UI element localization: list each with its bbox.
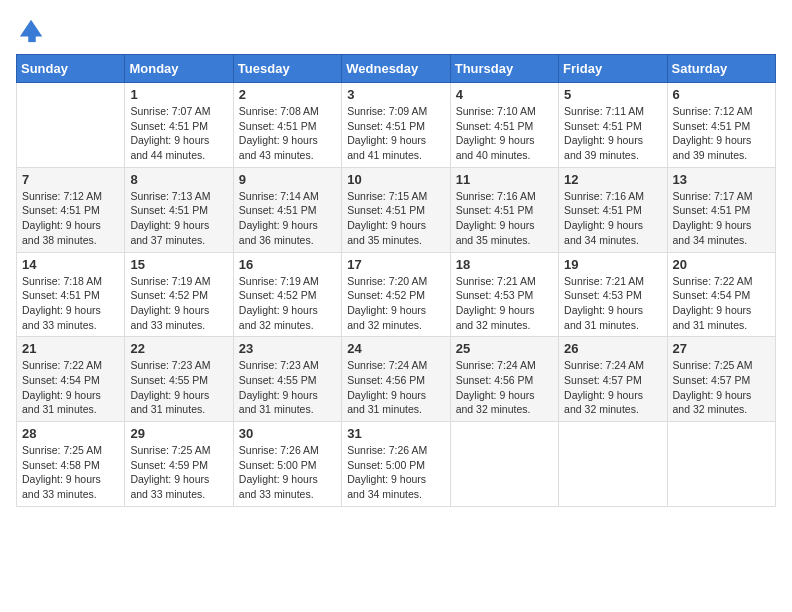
calendar-cell: 31Sunrise: 7:26 AMSunset: 5:00 PMDayligh… <box>342 422 450 507</box>
day-number: 13 <box>673 172 770 187</box>
day-number: 17 <box>347 257 444 272</box>
calendar-cell: 29Sunrise: 7:25 AMSunset: 4:59 PMDayligh… <box>125 422 233 507</box>
day-info: Sunrise: 7:20 AMSunset: 4:52 PMDaylight:… <box>347 274 444 333</box>
day-info: Sunrise: 7:19 AMSunset: 4:52 PMDaylight:… <box>239 274 336 333</box>
calendar-week-row: 21Sunrise: 7:22 AMSunset: 4:54 PMDayligh… <box>17 337 776 422</box>
logo-icon <box>18 16 46 44</box>
day-info: Sunrise: 7:07 AMSunset: 4:51 PMDaylight:… <box>130 104 227 163</box>
day-number: 9 <box>239 172 336 187</box>
day-info: Sunrise: 7:16 AMSunset: 4:51 PMDaylight:… <box>456 189 553 248</box>
day-info: Sunrise: 7:26 AMSunset: 5:00 PMDaylight:… <box>239 443 336 502</box>
calendar-table: SundayMondayTuesdayWednesdayThursdayFrid… <box>16 54 776 507</box>
day-info: Sunrise: 7:21 AMSunset: 4:53 PMDaylight:… <box>564 274 661 333</box>
calendar-cell: 18Sunrise: 7:21 AMSunset: 4:53 PMDayligh… <box>450 252 558 337</box>
calendar-week-row: 28Sunrise: 7:25 AMSunset: 4:58 PMDayligh… <box>17 422 776 507</box>
logo <box>16 16 46 44</box>
day-number: 5 <box>564 87 661 102</box>
day-number: 29 <box>130 426 227 441</box>
weekday-header: Monday <box>125 55 233 83</box>
day-number: 25 <box>456 341 553 356</box>
day-info: Sunrise: 7:10 AMSunset: 4:51 PMDaylight:… <box>456 104 553 163</box>
calendar-cell: 25Sunrise: 7:24 AMSunset: 4:56 PMDayligh… <box>450 337 558 422</box>
day-info: Sunrise: 7:17 AMSunset: 4:51 PMDaylight:… <box>673 189 770 248</box>
day-info: Sunrise: 7:21 AMSunset: 4:53 PMDaylight:… <box>456 274 553 333</box>
day-info: Sunrise: 7:12 AMSunset: 4:51 PMDaylight:… <box>22 189 119 248</box>
day-number: 26 <box>564 341 661 356</box>
day-info: Sunrise: 7:15 AMSunset: 4:51 PMDaylight:… <box>347 189 444 248</box>
calendar-cell: 11Sunrise: 7:16 AMSunset: 4:51 PMDayligh… <box>450 167 558 252</box>
calendar-cell: 9Sunrise: 7:14 AMSunset: 4:51 PMDaylight… <box>233 167 341 252</box>
day-number: 21 <box>22 341 119 356</box>
calendar-cell: 12Sunrise: 7:16 AMSunset: 4:51 PMDayligh… <box>559 167 667 252</box>
day-number: 20 <box>673 257 770 272</box>
day-info: Sunrise: 7:25 AMSunset: 4:59 PMDaylight:… <box>130 443 227 502</box>
calendar-week-row: 1Sunrise: 7:07 AMSunset: 4:51 PMDaylight… <box>17 83 776 168</box>
calendar-cell: 27Sunrise: 7:25 AMSunset: 4:57 PMDayligh… <box>667 337 775 422</box>
day-number: 3 <box>347 87 444 102</box>
calendar-cell <box>17 83 125 168</box>
weekday-header: Friday <box>559 55 667 83</box>
calendar-cell <box>559 422 667 507</box>
calendar-cell: 26Sunrise: 7:24 AMSunset: 4:57 PMDayligh… <box>559 337 667 422</box>
day-number: 14 <box>22 257 119 272</box>
day-info: Sunrise: 7:25 AMSunset: 4:57 PMDaylight:… <box>673 358 770 417</box>
day-number: 23 <box>239 341 336 356</box>
day-number: 7 <box>22 172 119 187</box>
calendar-cell <box>450 422 558 507</box>
calendar-cell <box>667 422 775 507</box>
day-info: Sunrise: 7:23 AMSunset: 4:55 PMDaylight:… <box>239 358 336 417</box>
calendar-cell: 19Sunrise: 7:21 AMSunset: 4:53 PMDayligh… <box>559 252 667 337</box>
day-info: Sunrise: 7:16 AMSunset: 4:51 PMDaylight:… <box>564 189 661 248</box>
weekday-header: Saturday <box>667 55 775 83</box>
day-info: Sunrise: 7:24 AMSunset: 4:56 PMDaylight:… <box>347 358 444 417</box>
day-number: 8 <box>130 172 227 187</box>
day-number: 2 <box>239 87 336 102</box>
calendar-cell: 7Sunrise: 7:12 AMSunset: 4:51 PMDaylight… <box>17 167 125 252</box>
weekday-header: Thursday <box>450 55 558 83</box>
day-number: 30 <box>239 426 336 441</box>
day-info: Sunrise: 7:26 AMSunset: 5:00 PMDaylight:… <box>347 443 444 502</box>
calendar-cell: 6Sunrise: 7:12 AMSunset: 4:51 PMDaylight… <box>667 83 775 168</box>
day-number: 16 <box>239 257 336 272</box>
calendar-cell: 16Sunrise: 7:19 AMSunset: 4:52 PMDayligh… <box>233 252 341 337</box>
weekday-header: Wednesday <box>342 55 450 83</box>
calendar-cell: 24Sunrise: 7:24 AMSunset: 4:56 PMDayligh… <box>342 337 450 422</box>
day-number: 31 <box>347 426 444 441</box>
day-info: Sunrise: 7:13 AMSunset: 4:51 PMDaylight:… <box>130 189 227 248</box>
day-info: Sunrise: 7:12 AMSunset: 4:51 PMDaylight:… <box>673 104 770 163</box>
day-number: 1 <box>130 87 227 102</box>
calendar-week-row: 14Sunrise: 7:18 AMSunset: 4:51 PMDayligh… <box>17 252 776 337</box>
calendar-cell: 22Sunrise: 7:23 AMSunset: 4:55 PMDayligh… <box>125 337 233 422</box>
day-info: Sunrise: 7:18 AMSunset: 4:51 PMDaylight:… <box>22 274 119 333</box>
day-info: Sunrise: 7:19 AMSunset: 4:52 PMDaylight:… <box>130 274 227 333</box>
svg-rect-1 <box>28 33 35 42</box>
day-info: Sunrise: 7:11 AMSunset: 4:51 PMDaylight:… <box>564 104 661 163</box>
day-info: Sunrise: 7:25 AMSunset: 4:58 PMDaylight:… <box>22 443 119 502</box>
day-info: Sunrise: 7:08 AMSunset: 4:51 PMDaylight:… <box>239 104 336 163</box>
day-number: 11 <box>456 172 553 187</box>
weekday-header: Tuesday <box>233 55 341 83</box>
calendar-cell: 23Sunrise: 7:23 AMSunset: 4:55 PMDayligh… <box>233 337 341 422</box>
calendar-cell: 5Sunrise: 7:11 AMSunset: 4:51 PMDaylight… <box>559 83 667 168</box>
day-info: Sunrise: 7:24 AMSunset: 4:57 PMDaylight:… <box>564 358 661 417</box>
day-number: 27 <box>673 341 770 356</box>
page-header <box>16 16 776 44</box>
calendar-cell: 20Sunrise: 7:22 AMSunset: 4:54 PMDayligh… <box>667 252 775 337</box>
calendar-cell: 2Sunrise: 7:08 AMSunset: 4:51 PMDaylight… <box>233 83 341 168</box>
calendar-cell: 30Sunrise: 7:26 AMSunset: 5:00 PMDayligh… <box>233 422 341 507</box>
day-number: 24 <box>347 341 444 356</box>
calendar-cell: 13Sunrise: 7:17 AMSunset: 4:51 PMDayligh… <box>667 167 775 252</box>
calendar-header-row: SundayMondayTuesdayWednesdayThursdayFrid… <box>17 55 776 83</box>
day-info: Sunrise: 7:22 AMSunset: 4:54 PMDaylight:… <box>673 274 770 333</box>
day-number: 6 <box>673 87 770 102</box>
day-number: 15 <box>130 257 227 272</box>
calendar-cell: 17Sunrise: 7:20 AMSunset: 4:52 PMDayligh… <box>342 252 450 337</box>
calendar-cell: 28Sunrise: 7:25 AMSunset: 4:58 PMDayligh… <box>17 422 125 507</box>
calendar-cell: 4Sunrise: 7:10 AMSunset: 4:51 PMDaylight… <box>450 83 558 168</box>
day-info: Sunrise: 7:24 AMSunset: 4:56 PMDaylight:… <box>456 358 553 417</box>
calendar-week-row: 7Sunrise: 7:12 AMSunset: 4:51 PMDaylight… <box>17 167 776 252</box>
calendar-cell: 10Sunrise: 7:15 AMSunset: 4:51 PMDayligh… <box>342 167 450 252</box>
day-number: 10 <box>347 172 444 187</box>
calendar-cell: 21Sunrise: 7:22 AMSunset: 4:54 PMDayligh… <box>17 337 125 422</box>
day-number: 28 <box>22 426 119 441</box>
